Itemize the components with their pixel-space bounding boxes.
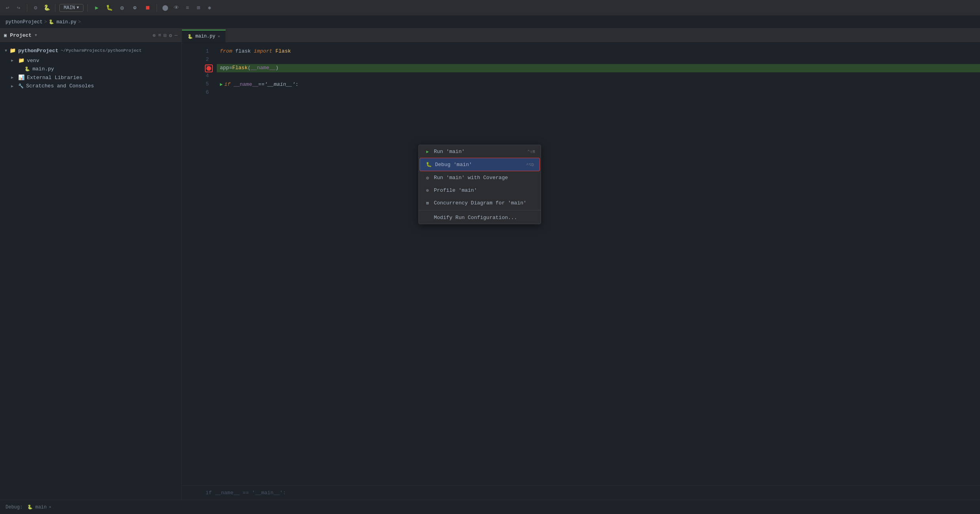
project-root-folder-icon: 📁: [9, 47, 16, 54]
build-icon[interactable]: ⚙: [31, 4, 40, 12]
menu-item-debug-shortcut: ^⌥D: [526, 162, 534, 167]
var-app: app: [220, 64, 229, 72]
menu-item-modify-left: · Modify Run Configuration...: [424, 214, 517, 221]
menu-item-debug-left: 🐛 Debug 'main': [426, 161, 472, 168]
tab-bar: 🐍 main.py ✕: [182, 28, 980, 43]
menu-item-concurrency[interactable]: ⊞ Concurrency Diagram for 'main': [419, 197, 541, 209]
scratches-label: Scratches and Consoles: [26, 83, 94, 89]
sidebar-header: ▣ Project ▼ ⊕ ≡ ⊟ ⚙ —: [0, 28, 182, 43]
code-editor[interactable]: 1 2 3 4 5 6 from flask import Flask: [182, 43, 980, 486]
sidebar-item-external-libs[interactable]: ▶ 📊 External Libraries: [0, 73, 182, 82]
project-panel-label: ▣: [4, 32, 7, 38]
menu-item-run-label: Run 'main': [434, 149, 465, 155]
code-line-2: [217, 56, 980, 64]
watch-icon[interactable]: 👁: [172, 4, 181, 12]
python-icon[interactable]: 🐍: [42, 4, 51, 12]
coverage-icon: ◎: [424, 174, 431, 181]
collapse-icon[interactable]: ⊟: [164, 32, 167, 39]
profile-button[interactable]: ⊙: [130, 3, 140, 13]
sidebar-header-left: ▣ Project ▼: [4, 32, 37, 38]
debug-icon: 🐛: [426, 161, 432, 168]
sidebar-item-scratches[interactable]: ▶ 🔧 Scratches and Consoles: [0, 82, 182, 90]
menu-item-coverage-label: Run 'main' with Coverage: [434, 175, 508, 181]
coverage-button[interactable]: ◎: [117, 3, 127, 13]
paren-close: ): [275, 64, 278, 72]
debug-tab-close[interactable]: ✕: [49, 505, 51, 509]
run-config-dropdown[interactable]: MAIN ▼: [59, 4, 83, 12]
breadcrumb-project[interactable]: pythonProject: [6, 19, 43, 25]
tab-close-btn[interactable]: ✕: [218, 34, 220, 39]
code-line-6: [217, 89, 980, 97]
debug-tab-py-icon: 🐍: [27, 505, 33, 510]
menu-item-profile[interactable]: ⊙ Profile 'main': [419, 184, 541, 197]
tab-mainpy[interactable]: 🐍 main.py ✕: [182, 30, 226, 42]
menu-item-run-left: ▶ Run 'main': [424, 148, 465, 155]
project-root-chevron: ▼: [5, 49, 7, 53]
redo-icon[interactable]: ↪: [14, 4, 23, 12]
colon: :: [295, 81, 299, 89]
run-icon: ▶: [424, 148, 431, 155]
scratches-icon: 🔧: [18, 83, 24, 89]
breakpoint-box: [205, 64, 213, 72]
menu-item-profile-left: ⊙ Profile 'main': [424, 187, 477, 193]
code-line-3: app = Flask ( __name__ ): [217, 64, 980, 72]
sidebar-item-venv[interactable]: ▶ 📁 venv: [0, 56, 182, 65]
debug-label: Debug:: [6, 505, 23, 510]
extlibs-label: External Libraries: [27, 75, 82, 81]
debug-tab-label: main: [35, 505, 47, 510]
dunder-name2: __name__: [234, 81, 258, 89]
bottom-debug-tab[interactable]: 🐍 main ✕: [27, 505, 51, 510]
gutter: [182, 43, 194, 486]
cls-flask2: Flask: [232, 64, 248, 72]
project-dropdown-arrow[interactable]: ▼: [35, 33, 37, 38]
editor-area: 🐍 main.py ✕ 1 2 3 4 5 6 from: [182, 28, 980, 500]
project-root-item[interactable]: ▼ 📁 pythonProject ~/PycharmProjects/pyth…: [0, 45, 182, 56]
add-icon[interactable]: ⊕: [153, 32, 156, 39]
bottom-code-hint: if __name__ == '__main__':: [182, 486, 980, 500]
variables-icon[interactable]: ⊞: [194, 4, 203, 12]
project-root-path: ~/PycharmProjects/pythonProject: [61, 48, 142, 53]
debug-button[interactable]: 🐛: [104, 3, 115, 13]
cls-flask: Flask: [275, 47, 291, 56]
kw-import: import: [254, 47, 272, 56]
mainpy-icon: 🐍: [25, 66, 30, 72]
close-icon[interactable]: —: [174, 32, 178, 38]
toolbar-separator-1: [27, 4, 27, 12]
toolbar-separator-4: [157, 4, 157, 12]
debug-arrow: ▶: [220, 81, 223, 89]
main-layout: ▣ Project ▼ ⊕ ≡ ⊟ ⚙ — ▼ 📁 pythonProject …: [0, 28, 980, 500]
concurrency-icon: ⊞: [424, 200, 431, 206]
kw-if: if: [224, 81, 231, 89]
sidebar-item-mainpy[interactable]: ▶ 🐍 main.py: [0, 65, 182, 73]
code-line-5: ▶ if __name__ == '__main__' :: [217, 81, 980, 89]
profile-icon: ⊙: [424, 187, 431, 193]
project-root-label: pythonProject: [18, 48, 58, 54]
code-content[interactable]: from flask import Flask app = Flask (: [214, 43, 980, 486]
line-num-1: 1: [194, 47, 209, 56]
line-num-6: 6: [194, 89, 209, 97]
breadcrumb-sep2: >: [78, 19, 81, 25]
breakpoints-icon[interactable]: ⬤: [161, 4, 170, 12]
extlibs-chevron: ▶: [11, 75, 16, 80]
extlibs-icon: 📊: [18, 74, 25, 81]
op-eq: ==: [258, 81, 265, 89]
gear-icon[interactable]: ⚙: [169, 32, 172, 39]
mod-flask: flask: [235, 47, 251, 56]
paren-open: (: [248, 64, 251, 72]
frames-icon[interactable]: ≡: [183, 4, 192, 12]
sort-icon[interactable]: ≡: [158, 32, 161, 38]
menu-item-modify[interactable]: · Modify Run Configuration...: [419, 211, 541, 224]
undo-icon[interactable]: ↩: [3, 4, 12, 12]
evaluate-icon[interactable]: ✱: [205, 4, 214, 12]
menu-item-debug-label: Debug 'main': [435, 162, 472, 168]
menu-item-run[interactable]: ▶ Run 'main' ⌃⇧R: [419, 145, 541, 158]
toolbar: ↩ ↪ ⚙ 🐍 MAIN ▼ ▶ 🐛 ◎ ⊙ ⏹ ⬤ 👁 ≡ ⊞ ✱: [0, 0, 980, 16]
breadcrumb-file[interactable]: main.py: [57, 19, 76, 25]
menu-item-debug[interactable]: 🐛 Debug 'main' ^⌥D: [420, 158, 540, 171]
line-num-4: 4: [194, 72, 209, 80]
stop-button[interactable]: ⏹: [142, 3, 153, 13]
modify-icon: ·: [424, 214, 431, 221]
kw-from: from: [220, 47, 232, 56]
menu-item-coverage[interactable]: ◎ Run 'main' with Coverage: [419, 171, 541, 184]
run-button[interactable]: ▶: [92, 3, 102, 13]
